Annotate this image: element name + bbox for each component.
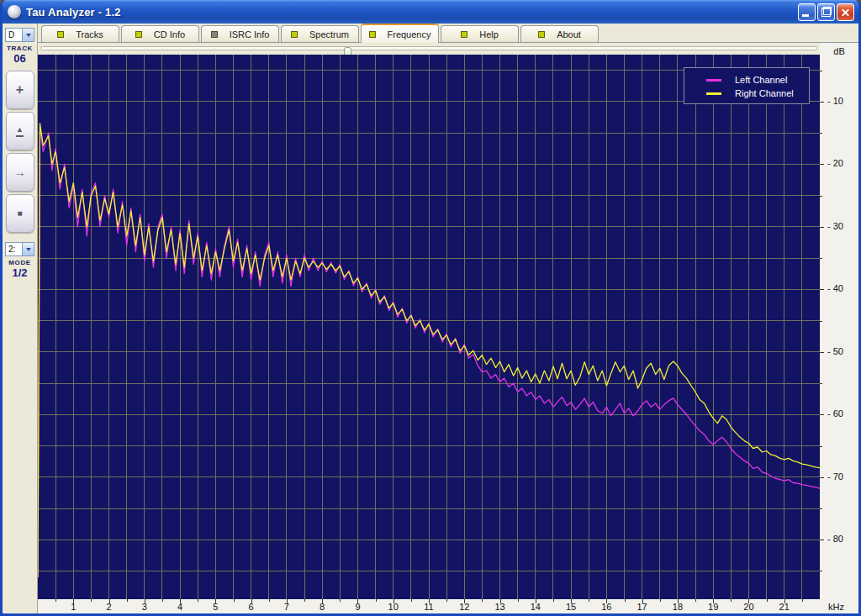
tab-label: CD Info	[154, 29, 185, 39]
y-tick-mark	[820, 446, 822, 447]
x-tick-mark	[553, 599, 554, 602]
x-tick-mark	[340, 599, 341, 602]
tab-spectrum[interactable]: Spectrum	[281, 25, 359, 42]
tab-bar: TracksCD InfoISRC InfoSpectrumFrequencyH…	[38, 24, 858, 43]
tab-label: Frequency	[388, 29, 431, 39]
mode-value: 1/2	[12, 266, 27, 279]
y-tick-mark	[820, 352, 824, 353]
tab-cd-info[interactable]: CD Info	[121, 25, 199, 42]
y-tick-label: - 70	[827, 471, 843, 482]
x-tick-label: 10	[388, 602, 399, 612]
close-button[interactable]	[837, 3, 854, 21]
y-tick-mark	[820, 164, 824, 165]
y-tick-mark	[820, 321, 822, 322]
frequency-plot: Left ChannelRight Channel	[38, 55, 820, 599]
mode-select[interactable]: 2:	[5, 242, 34, 256]
x-tick-mark	[625, 599, 626, 602]
tab-led-icon	[211, 31, 218, 38]
y-tick-mark	[820, 540, 824, 540]
play-button[interactable]: →	[6, 153, 34, 192]
y-tick-label: - 60	[827, 408, 843, 419]
tab-frequency[interactable]: Frequency	[361, 24, 439, 43]
tab-about[interactable]: About	[520, 25, 599, 42]
y-axis: - 10- 20- 30- 40- 50- 60- 70- 80	[820, 55, 858, 599]
chevron-down-icon[interactable]	[22, 243, 34, 255]
drive-select[interactable]: D	[5, 28, 34, 42]
x-tick-label: 17	[637, 602, 647, 612]
tab-label: Tracks	[76, 29, 103, 39]
x-tick-mark	[127, 599, 128, 602]
left-channel-swatch	[706, 79, 721, 82]
x-tick-mark	[518, 599, 519, 602]
y-tick-mark	[820, 414, 824, 415]
y-tick-mark	[820, 383, 822, 384]
plus-icon: +	[16, 83, 24, 97]
x-tick-label: 12	[459, 602, 469, 612]
y-tick-label: - 20	[827, 158, 843, 168]
minimize-button[interactable]	[798, 3, 816, 21]
chart-area: dB Left ChannelRight Channel - 10- 20- 3…	[38, 43, 858, 613]
x-tick-label: 19	[708, 602, 718, 612]
x-tick-label: 5	[213, 602, 218, 612]
window-body: D TRACK 06 +▲→■ 2: MODE 1/2 TracksCD Inf…	[3, 24, 858, 613]
window-title: Tau Analyzer - 1.2	[26, 6, 798, 18]
frequency-spectrum-canvas	[38, 55, 820, 599]
tab-led-icon	[291, 31, 298, 38]
chevron-down-icon[interactable]	[22, 29, 34, 41]
x-axis-unit: kHz	[820, 599, 858, 613]
tab-label: ISRC Info	[230, 29, 270, 39]
x-tick-label: 9	[355, 602, 360, 612]
y-tick-mark	[820, 571, 822, 571]
x-tick-label: 11	[424, 602, 433, 612]
x-tick-mark	[695, 599, 696, 602]
x-tick-mark	[91, 599, 92, 602]
legend-item: Left Channel	[706, 73, 809, 87]
tab-led-icon	[538, 31, 545, 38]
mode-select-value: 2:	[6, 245, 22, 254]
y-tick-mark	[820, 477, 824, 478]
drive-select-value: D	[6, 30, 22, 39]
legend-item: Right Channel	[706, 87, 809, 100]
x-tick-mark	[234, 599, 235, 602]
x-tick-label: 4	[177, 602, 182, 612]
eject-button[interactable]: ▲	[6, 112, 34, 150]
y-tick-mark	[820, 196, 822, 197]
chart-legend: Left ChannelRight Channel	[684, 67, 810, 104]
y-tick-mark	[820, 258, 822, 259]
eject-bar-icon	[16, 135, 24, 137]
position-slider	[38, 43, 820, 55]
tab-label: About	[557, 29, 581, 39]
x-tick-label: 13	[494, 602, 504, 612]
legend-label: Right Channel	[735, 88, 794, 98]
slider-track[interactable]	[40, 46, 817, 50]
arrow-right-icon: →	[14, 166, 26, 178]
main-area: TracksCD InfoISRC InfoSpectrumFrequencyH…	[38, 24, 858, 613]
x-tick-mark	[731, 599, 732, 602]
tab-help[interactable]: Help	[441, 25, 519, 42]
x-tick-mark	[304, 599, 305, 602]
tab-led-icon	[461, 31, 467, 38]
tab-label: Help	[479, 29, 499, 39]
tab-label: Spectrum	[309, 29, 349, 39]
y-tick-label: - 50	[827, 346, 843, 356]
x-tick-mark	[660, 599, 661, 602]
restore-button[interactable]	[817, 3, 835, 21]
y-tick-label: - 40	[827, 283, 843, 293]
x-tick-mark	[269, 599, 270, 602]
tab-isrc-info[interactable]: ISRC Info	[201, 25, 279, 42]
x-tick-label: 15	[566, 602, 576, 612]
tab-tracks[interactable]: Tracks	[41, 25, 119, 42]
x-tick-label: 14	[531, 602, 541, 612]
legend-label: Left Channel	[735, 75, 787, 85]
y-axis-unit: dB	[820, 43, 858, 55]
x-tick-label: 18	[673, 602, 683, 612]
x-tick-label: 2	[106, 602, 111, 612]
x-tick-label: 20	[743, 602, 753, 612]
window-controls	[798, 3, 854, 21]
tab-led-icon	[135, 31, 142, 38]
y-tick-mark	[820, 508, 822, 509]
y-tick-mark	[820, 71, 822, 71]
analyze-button[interactable]: +	[6, 71, 34, 109]
stop-button[interactable]: ■	[6, 194, 34, 233]
track-number: 06	[13, 52, 25, 65]
